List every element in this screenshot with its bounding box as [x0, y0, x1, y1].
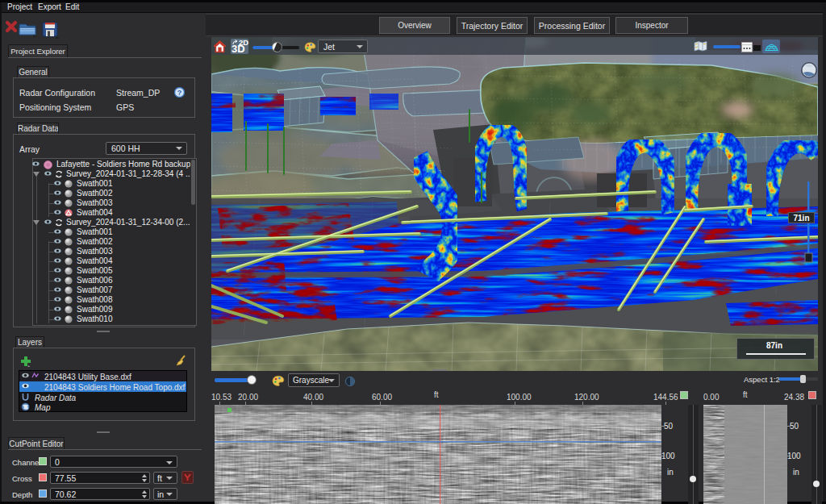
svg-text:?: ? [177, 89, 182, 97]
